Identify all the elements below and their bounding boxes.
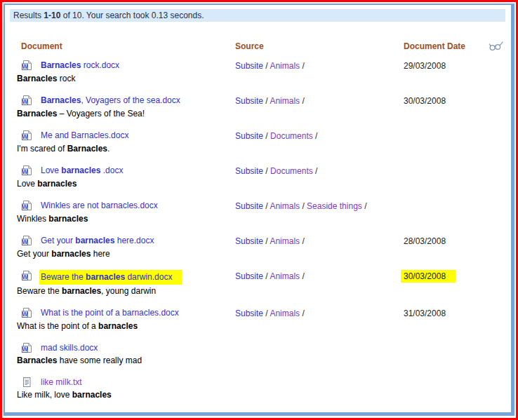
result-title-link[interactable]: mad skills.docx	[41, 342, 98, 354]
highlighted-term: barnacles	[62, 286, 101, 296]
svg-text:W: W	[22, 273, 29, 280]
result-description: Winkles barnacles	[17, 214, 511, 224]
result-document-cell: W Get your barnacles here.docx	[17, 235, 235, 247]
source-link[interactable]: Subsite	[235, 96, 263, 106]
svg-text:W: W	[22, 98, 29, 105]
word-document-icon: W	[21, 342, 32, 353]
svg-text:W: W	[22, 203, 29, 210]
results-summary-bar: Results 1-10 of 10. Your search took 0.1…	[10, 9, 505, 22]
result-source-cell	[235, 377, 404, 377]
source-link[interactable]: Animals	[270, 96, 300, 106]
word-document-icon: W	[21, 235, 32, 246]
text-file-icon	[21, 377, 32, 388]
results-summary-range: 1-10	[44, 11, 60, 20]
result-description: Barnacles have some really mad	[17, 355, 511, 366]
result-description: Barnacles – Voyagers of the Sea!	[17, 109, 511, 119]
highlighted-term: barnacles	[75, 236, 114, 245]
source-separator: /	[300, 201, 307, 211]
word-document-icon: W	[21, 270, 32, 281]
source-separator: /	[263, 131, 270, 141]
result-title-link[interactable]: What is the point of a barnacles.docx	[41, 307, 179, 319]
results-summary-prefix: Results	[13, 11, 44, 20]
source-link[interactable]: Subsite	[235, 271, 263, 281]
source-link[interactable]: Subsite	[235, 61, 263, 71]
result-title-link[interactable]: Love barnacles .docx	[41, 165, 123, 177]
result-description: What is the point of a barnacles	[17, 321, 511, 332]
result-row: like milk.txt Like milk, love barnacles	[5, 377, 511, 400]
source-link[interactable]: Animals	[270, 309, 300, 318]
word-document-icon: W	[21, 307, 32, 318]
result-date-cell: 31/03/2008	[404, 307, 511, 320]
source-separator: /	[263, 271, 270, 281]
column-headers: Document Source Document Date	[5, 41, 511, 54]
source-link[interactable]: Subsite	[235, 201, 263, 211]
result-document-cell: W Barnacles rock.docx	[17, 60, 235, 72]
source-link[interactable]: Animals	[270, 236, 300, 246]
source-separator: /	[263, 96, 270, 106]
result-row: W mad skills.docx Barnacles have some re…	[5, 342, 511, 366]
source-link[interactable]: Animals	[270, 61, 300, 71]
source-link[interactable]: Animals	[270, 201, 300, 211]
source-link[interactable]: Documents	[270, 131, 313, 141]
source-link[interactable]: Subsite	[235, 131, 263, 141]
highlighted-term: barnacles	[86, 272, 125, 282]
source-separator: /	[300, 96, 307, 106]
result-date-cell	[404, 130, 511, 130]
result-date-cell: 29/03/2008	[404, 60, 511, 72]
svg-text:W: W	[22, 238, 29, 245]
result-title-link[interactable]: Barnacles, Voyagers of the sea.docx	[41, 95, 180, 107]
results-summary-suffix: of 10. Your search took 0.13 seconds.	[60, 11, 204, 20]
highlighted-term: Barnacles	[41, 60, 81, 70]
source-link[interactable]: Subsite	[235, 166, 263, 176]
result-description: Get your barnacles here	[17, 249, 511, 259]
result-title-link[interactable]: Me and Barnacles.docx	[41, 130, 128, 142]
source-separator: /	[313, 166, 320, 176]
source-link[interactable]: Seaside things	[307, 201, 362, 211]
highlighted-term: barnacles	[48, 214, 88, 224]
source-separator: /	[300, 271, 307, 281]
source-link[interactable]: Subsite	[235, 236, 263, 246]
result-date-cell: 30/03/2008	[404, 270, 511, 283]
result-description: Beware the barnacles, young darwin	[17, 286, 511, 297]
highlighted-term: Barnacles	[17, 74, 57, 83]
result-title-link[interactable]: Get your barnacles here.docx	[41, 235, 154, 247]
result-row: W Barnacles, Voyagers of the sea.docx Su…	[5, 95, 511, 119]
result-title-link[interactable]: like milk.txt	[41, 377, 82, 388]
result-document-cell: W What is the point of a barnacles.docx	[17, 307, 235, 319]
svg-text:W: W	[22, 168, 29, 175]
result-date: 31/03/2008	[404, 309, 446, 318]
word-document-icon: W	[21, 95, 32, 106]
result-document-cell: W Barnacles, Voyagers of the sea.docx	[17, 95, 235, 107]
result-source-cell: Subsite / Documents /	[235, 165, 404, 177]
source-separator: /	[300, 309, 307, 318]
source-separator: /	[263, 309, 270, 318]
eyeglasses-icon[interactable]	[488, 40, 504, 54]
result-source-cell	[235, 342, 404, 343]
result-date: 29/03/2008	[404, 61, 446, 71]
source-separator: /	[300, 61, 307, 71]
word-document-icon: W	[21, 200, 32, 211]
source-link[interactable]: Subsite	[235, 309, 263, 318]
search-results-page: { "colors": { "outer_border": "#ff0000",…	[0, 0, 518, 420]
source-link[interactable]: Documents	[270, 166, 313, 176]
source-link[interactable]: Animals	[270, 271, 300, 281]
highlighted-term: barnacles	[61, 165, 100, 175]
search-results-panel: Results 1-10 of 10. Your search took 0.1…	[4, 4, 514, 416]
svg-text:W: W	[22, 311, 29, 318]
result-date-cell	[404, 165, 511, 165]
result-date: 30/03/2008	[404, 96, 446, 106]
word-document-icon: W	[21, 165, 32, 176]
result-title-link[interactable]: Beware the barnacles darwin.docx	[39, 270, 182, 285]
source-separator: /	[263, 201, 270, 211]
word-document-icon: W	[21, 130, 32, 141]
result-title-link[interactable]: Winkles are not barnacles.docx	[41, 200, 158, 212]
column-header-date: Document Date	[404, 41, 465, 51]
result-row: W Love barnacles .docx Subsite / Documen…	[5, 165, 511, 189]
result-date-cell	[404, 342, 511, 343]
svg-text:W: W	[22, 346, 29, 353]
highlighted-term: barnacles	[72, 390, 112, 400]
result-title-link[interactable]: Barnacles rock.docx	[41, 60, 119, 72]
result-document-cell: W Beware the barnacles darwin.docx	[17, 270, 235, 285]
source-separator: /	[263, 166, 270, 176]
word-document-icon: W	[21, 60, 32, 71]
